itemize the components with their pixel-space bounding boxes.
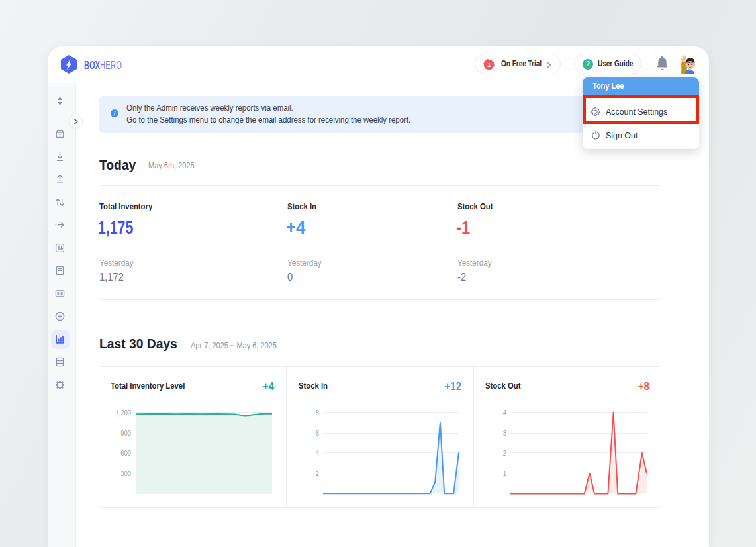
svg-text:1: 1: [487, 61, 491, 68]
